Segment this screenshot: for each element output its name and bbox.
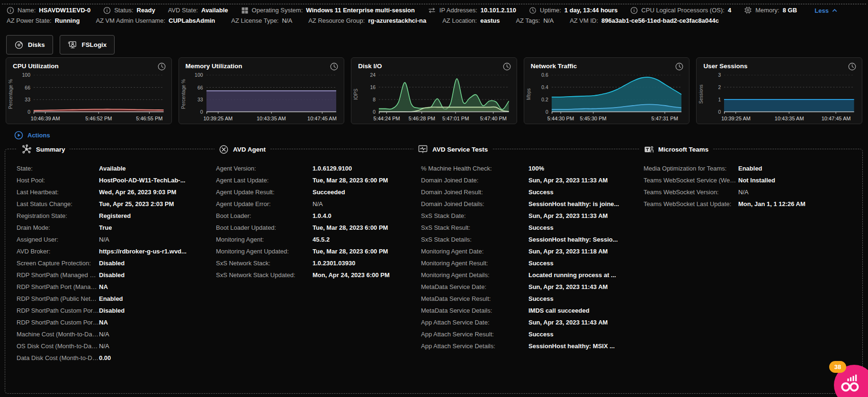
detail-label: SxS Network Stack Updated:: [216, 271, 313, 279]
y-tick-label: 0.4: [532, 84, 548, 90]
top-divider: [2, 4, 866, 4]
detail-row: Machine Cost (Month-to-Date):N/A: [17, 328, 208, 340]
detail-value: Tue, Mar 28, 2023 6:00 PM: [313, 248, 388, 255]
detail-label: Domain Joined Result:: [421, 189, 528, 196]
history-clock-icon[interactable]: [330, 62, 339, 71]
topbar-item-label: AZ VM Admin Username:: [96, 17, 165, 24]
play-circle-icon: [14, 131, 23, 140]
detail-row: Registration State:Registered: [17, 210, 208, 222]
section-column: State:AvailableHost Pool:HostPool-AD-W11…: [17, 162, 208, 364]
charts-row: CPU UtilizationPercentage %0336610010:46…: [6, 57, 862, 124]
topbar-item-value: CUPLabsAdmin: [169, 17, 215, 24]
fslogix-button[interactable]: FSLogix: [60, 35, 115, 54]
detail-row: RDP ShortPath Custom Port (Pu...Disabled: [17, 305, 208, 316]
section-title: Summary: [36, 146, 65, 153]
y-axis-label: Percentage %: [180, 75, 186, 114]
y-axis-label: IOPS: [353, 75, 358, 114]
chart-title: CPU Utilization: [13, 63, 59, 70]
section-column: % Machine Health Check:100%Domain Joined…: [421, 162, 637, 352]
chart-card: User SessionsSessions012310:39:25 AM10:4…: [696, 57, 862, 124]
topbar-item: IP Addresses:10.101.2.110: [428, 7, 516, 14]
detail-label: Agent Update Error:: [216, 200, 313, 208]
topbar-item-value: rg-azurestackhci-na: [368, 17, 426, 24]
actions-button[interactable]: Actions: [14, 131, 50, 140]
y-tick-label: 3: [705, 72, 721, 78]
detail-value: 1.0.2301.03930: [313, 260, 355, 267]
detail-value: N/A: [99, 236, 109, 243]
topbar-item-value: Windows 11 Enterprise multi-session: [306, 7, 415, 14]
history-clock-icon[interactable]: [848, 62, 857, 71]
detail-value: Success: [528, 224, 554, 231]
chart-plot: [724, 75, 854, 114]
detail-row: Media Optimization for Teams:Enabled: [644, 162, 847, 174]
topbar-item-value: 896a3ab1-ce56-11ed-bad2-ce3fac8a044c: [601, 17, 719, 24]
detail-value: https://rdbroker-g-us-r1.wvd...: [99, 248, 187, 255]
detail-value: N/A: [313, 200, 323, 208]
section-column: Agent Version:1.0.6129.9100Agent Last Up…: [216, 162, 414, 281]
detail-label: MetaData Service Result:: [421, 295, 528, 302]
chart-title: Disk I/O: [358, 63, 382, 70]
detail-label: SxS Stack Date:: [421, 212, 528, 219]
topbar-item: AZ Tags:N/A: [516, 17, 554, 24]
detail-row: Teams WebSocket Last Update:Mon, Jan 1, …: [644, 198, 847, 210]
topbar-item-value: 4: [728, 7, 731, 14]
disks-button[interactable]: Disks: [6, 35, 53, 54]
detail-row: Monitoring Agent:45.5.2: [216, 234, 414, 245]
detail-row: MetaData Service Details:IMDS call succe…: [421, 305, 637, 316]
detail-label: Last Heartbeat:: [17, 189, 99, 196]
history-clock-icon[interactable]: [502, 62, 511, 71]
hub-icon: [21, 144, 32, 154]
topbar-item-label: AZ VM ID:: [570, 17, 598, 24]
detail-label: App Attach Service Date:: [421, 319, 528, 326]
detail-row: SxS Stack Date:Sun, Apr 23, 2023 11:33 A…: [421, 210, 637, 222]
y-tick-label: 100: [187, 72, 203, 78]
history-clock-icon[interactable]: [675, 62, 684, 71]
detail-value: Mon, Apr 24, 2023 6:00 PM: [313, 271, 390, 279]
detail-row: App Attach Service Date:Sun, Apr 23, 202…: [421, 316, 637, 328]
section-header-summary: Summary: [17, 144, 70, 154]
signal-bars-icon: [840, 373, 861, 393]
detail-value: 1.0.4.0: [313, 212, 331, 219]
chart-card: Disk I/OIOPS0816245:44:24 PM5:46:28 PM5:…: [351, 57, 517, 124]
detail-row: RDP ShortPath (Managed Netwo...Disabled: [17, 269, 208, 281]
assistant-launcher[interactable]: 38: [829, 360, 868, 397]
detail-label: OS Disk Cost (Month-to-Date):: [17, 343, 99, 350]
x-axis-labels: 10:46:39 AM5:46:52 PM5:46:55 PM: [34, 116, 164, 123]
x-tick-label: 5:47:01 PM: [442, 116, 469, 121]
less-toggle[interactable]: Less: [814, 7, 838, 14]
x-tick-label: 10:39:25 AM: [721, 116, 751, 121]
detail-row: SxS Stack Result:Success: [421, 222, 637, 234]
topbar-item-label: AZ Tags:: [516, 17, 540, 24]
detail-row: Last Heartbeat:Wed, Apr 26, 2023 9:03 PM: [17, 186, 208, 198]
detail-row: OS Disk Cost (Month-to-Date):N/A: [17, 340, 208, 352]
topbar-item: Status:Ready: [103, 7, 155, 14]
detail-value: IMDS call succeeded: [528, 307, 590, 314]
topbar-item-label: Memory:: [755, 7, 779, 14]
topbar-item-value: HSAVDW11EVD-0: [39, 7, 90, 14]
detail-label: Agent Version:: [216, 165, 313, 172]
detail-row: Monitoring Agent Result:Success: [421, 257, 637, 269]
topbar-item-value: Running: [55, 17, 80, 24]
chart-plot: [206, 75, 337, 114]
x-tick-label: 10:43:35 AM: [775, 116, 804, 121]
topbar-item-label: AZ Location:: [442, 17, 477, 24]
transfer-icon: [428, 7, 436, 14]
notification-badge[interactable]: 38: [829, 361, 846, 373]
detail-label: MetaData Service Details:: [421, 307, 528, 314]
x-tick-label: 5:45:30 PM: [580, 116, 607, 121]
history-clock-icon[interactable]: [157, 62, 166, 71]
y-tick-label: 0: [14, 109, 30, 115]
agent-icon: [219, 144, 229, 154]
x-tick-label: 10:47:45 AM: [822, 116, 851, 121]
chart-title: Memory Utilization: [186, 63, 242, 70]
detail-row: Domain Joined Date:Sun, Apr 23, 2023 11:…: [421, 174, 637, 186]
detail-row: Assigned User:N/A: [17, 234, 208, 245]
y-tick-label: 16: [359, 84, 376, 90]
info-icon: [103, 7, 111, 14]
detail-label: Teams WebSocket Service (Web...: [644, 177, 738, 184]
detail-value: Sun, Apr 23, 2023 11:33 AM: [528, 212, 608, 219]
y-axis-label: Mbps: [526, 75, 531, 114]
detail-label: SxS Stack Details:: [421, 236, 528, 243]
detail-label: App Attach Service Result:: [421, 331, 528, 338]
chart-card: Memory UtilizationPercentage %0336610010…: [179, 57, 345, 124]
